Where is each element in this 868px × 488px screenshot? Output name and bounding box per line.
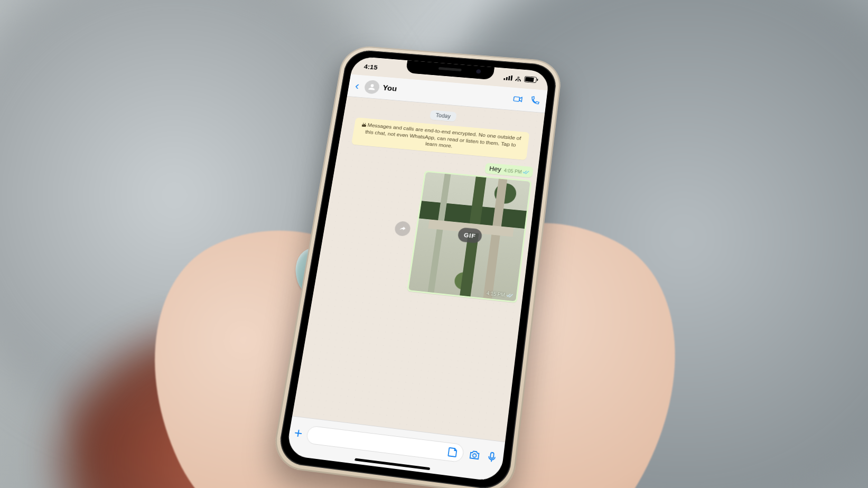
front-camera — [476, 69, 481, 74]
speaker-grille — [438, 67, 462, 71]
gif-thumbnail[interactable]: GIF 4:15 PM — [408, 172, 530, 301]
sticker-button[interactable] — [446, 446, 460, 459]
forward-button[interactable] — [394, 220, 412, 236]
svg-point-1 — [472, 454, 477, 458]
message-time: 4:05 PM — [503, 168, 522, 174]
camera-icon — [468, 448, 481, 462]
read-receipt-icon — [522, 170, 530, 175]
contact-name[interactable]: You — [382, 84, 508, 103]
video-icon — [512, 93, 525, 105]
outgoing-gif-message[interactable]: GIF 4:15 PM — [407, 171, 532, 303]
encryption-notice-text: Messages and calls are end-to-end encryp… — [365, 123, 521, 149]
svg-rect-0 — [514, 97, 520, 101]
photo-scene: 4:15 ‹ You — [0, 0, 868, 488]
message-text: Hey — [489, 165, 501, 173]
sticker-icon — [446, 446, 460, 459]
attach-button[interactable]: + — [293, 426, 304, 440]
microphone-icon — [485, 451, 499, 464]
lock-icon — [362, 123, 367, 127]
battery-icon — [524, 76, 537, 83]
clock: 4:15 — [363, 62, 378, 70]
read-receipt-icon — [506, 293, 514, 299]
wifi-icon — [514, 76, 522, 81]
mic-button[interactable] — [485, 451, 499, 464]
video-call-button[interactable] — [511, 92, 526, 106]
camera-button[interactable] — [468, 448, 481, 462]
date-separator: Today — [430, 110, 457, 121]
cellular-signal-icon — [503, 75, 512, 81]
contact-avatar[interactable] — [363, 80, 380, 95]
voice-call-button[interactable] — [528, 94, 543, 107]
svg-rect-2 — [490, 453, 494, 458]
phone-icon — [529, 95, 542, 106]
outgoing-text-message[interactable]: Hey 4:05 PM — [484, 163, 534, 177]
back-button[interactable]: ‹ — [352, 80, 362, 92]
person-icon — [367, 82, 377, 91]
forward-icon — [398, 224, 407, 232]
message-row: GIF 4:15 PM — [320, 163, 532, 303]
